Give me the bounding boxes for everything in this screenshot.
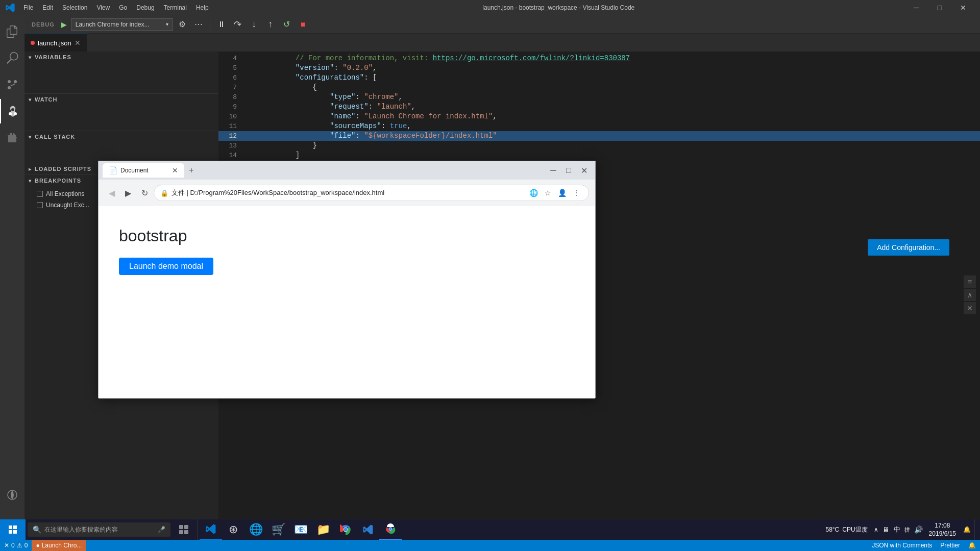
chrome-tab[interactable]: 📄 Document ✕ <box>103 163 184 178</box>
line-number-11: 11 <box>218 121 244 131</box>
status-debug-play-icon: ● <box>36 542 39 549</box>
taskbar-show-desktop-button[interactable] <box>974 519 978 540</box>
scroll-up-button[interactable]: ≡ <box>964 276 976 288</box>
taskbar-network-icon[interactable]: 🖥 <box>880 525 892 534</box>
menu-debug[interactable]: Debug <box>132 3 158 12</box>
chrome-back-button: ◀ <box>105 186 119 200</box>
taskbar-app-chrome[interactable] <box>334 519 357 540</box>
debug-settings-button[interactable]: ⚙ <box>175 17 189 32</box>
debug-more-options[interactable]: ⋯ <box>191 17 206 32</box>
debug-pause-button[interactable]: ⏸ <box>214 17 229 32</box>
taskbar-app-store[interactable]: 🛒 <box>267 519 289 540</box>
activity-search[interactable] <box>0 46 24 70</box>
minimize-button[interactable]: ─ <box>904 0 928 15</box>
scroll-prev-button[interactable]: ∧ <box>964 289 976 301</box>
chrome-translate-button[interactable]: 🌐 <box>527 187 540 199</box>
line-number-5: 5 <box>218 63 244 73</box>
debug-stop-button[interactable]: ■ <box>296 17 310 32</box>
debug-stepinto-button[interactable]: ↓ <box>247 17 261 32</box>
scroll-close-button[interactable]: ✕ <box>964 302 976 314</box>
line14-content: ] <box>278 151 300 159</box>
chrome-new-tab-button[interactable]: + <box>184 163 199 178</box>
activity-source-control[interactable] <box>0 72 24 97</box>
maximize-button[interactable]: □ <box>928 0 951 15</box>
start-button[interactable] <box>0 519 26 540</box>
line-number-8: 8 <box>218 92 244 102</box>
chrome-maximize-button[interactable]: □ <box>561 163 576 178</box>
taskbar-ime-label[interactable]: 中 <box>892 525 902 534</box>
menu-selection[interactable]: Selection <box>58 3 91 12</box>
status-bar-right: JSON with Comments Prettier 🔔 <box>868 540 980 551</box>
activity-debug[interactable] <box>0 99 24 123</box>
chrome-refresh-button[interactable]: ↻ <box>137 186 152 200</box>
status-error-warning[interactable]: ✕ 0 ⚠ 0 <box>0 540 32 551</box>
taskbar-app-cortana[interactable]: ⊛ <box>222 519 244 540</box>
chrome-addressbar: ◀ ▶ ↻ 🔒 文件 | D:/Program%20Files/WorkSpac… <box>99 180 595 206</box>
activity-extensions[interactable] <box>0 126 24 150</box>
chrome-forward-button[interactable]: ▶ <box>121 186 135 200</box>
debug-config-selector[interactable]: Launch Chrome for index... ▾ <box>71 18 173 31</box>
svg-point-19 <box>389 528 391 530</box>
variables-section-header[interactable]: ▾ VARIABLES <box>24 52 218 63</box>
menu-file[interactable]: File <box>19 3 37 12</box>
status-debug-config[interactable]: ● Launch Chro... <box>32 540 86 551</box>
activity-explorer[interactable] <box>0 19 24 44</box>
add-configuration-button[interactable]: Add Configuration... <box>868 239 949 256</box>
search-icon: 🔍 <box>33 525 41 534</box>
taskbar-up-arrow[interactable]: ∧ <box>872 526 880 533</box>
taskbar-ime-mode[interactable]: 拼 <box>902 526 912 534</box>
chrome-close-button[interactable]: ✕ <box>577 163 591 178</box>
launch-demo-modal-button[interactable]: Launch demo modal <box>119 258 213 275</box>
debug-label: DEBUG <box>29 21 58 28</box>
debug-play-button[interactable]: ▶ <box>60 20 69 29</box>
tab-launch-json[interactable]: launch.json ✕ <box>24 34 87 52</box>
menu-terminal[interactable]: Terminal <box>160 3 191 12</box>
status-bell[interactable]: 🔔 <box>964 540 980 551</box>
watch-section-header[interactable]: ▾ WATCH <box>24 94 218 105</box>
tab-close-button[interactable]: ✕ <box>75 39 81 47</box>
menu-edit[interactable]: Edit <box>38 3 57 12</box>
debug-config-name: Launch Chrome for index... <box>76 21 150 28</box>
taskbar-app-ie[interactable]: 🌐 <box>244 519 267 540</box>
taskbar-volume-icon[interactable]: 🔊 <box>912 525 925 534</box>
taskbar-app-mail[interactable]: 📧 <box>289 519 312 540</box>
svg-point-4 <box>14 112 17 115</box>
task-view-button[interactable] <box>173 519 195 540</box>
line-number-9: 9 <box>218 102 244 112</box>
all-exceptions-checkbox[interactable] <box>37 191 43 197</box>
taskbar-app-folder[interactable]: 📁 <box>312 519 334 540</box>
call-stack-section: ▾ CALL STACK <box>24 131 218 163</box>
status-formatter[interactable]: Prettier <box>936 540 964 551</box>
close-button[interactable]: ✕ <box>951 0 975 15</box>
taskbar-app-vscode[interactable] <box>200 519 222 540</box>
chrome-minimize-button[interactable]: ─ <box>546 163 560 178</box>
menu-help[interactable]: Help <box>192 3 213 12</box>
debug-stepover-button[interactable]: ↷ <box>231 17 245 32</box>
taskbar-search-placeholder: 在这里输入你要搜索的内容 <box>44 525 118 534</box>
chrome-tab-close[interactable]: ✕ <box>172 166 178 174</box>
taskbar-datetime[interactable]: 17:08 2019/6/15 <box>925 521 960 538</box>
tab-bar: launch.json ✕ <box>24 34 980 52</box>
taskbar-notification-button[interactable]: 🔔 <box>960 526 974 533</box>
menu-view[interactable]: View <box>92 3 114 12</box>
status-language[interactable]: JSON with Comments <box>868 540 936 551</box>
menu-go[interactable]: Go <box>115 3 131 12</box>
svg-point-2 <box>8 80 11 83</box>
debug-restart-button[interactable]: ↺ <box>280 17 294 32</box>
chrome-url-bar[interactable]: 🔒 文件 | D:/Program%20Files/WorkSpace/boot… <box>154 185 589 201</box>
window-title: launch.json - bootstrap_workspace - Visu… <box>213 4 904 11</box>
call-stack-section-header[interactable]: ▾ CALL STACK <box>24 131 218 142</box>
debug-config-dropdown-icon: ▾ <box>166 21 168 27</box>
taskbar-app-vscode2[interactable] <box>357 519 379 540</box>
chrome-bookmark-button[interactable]: ☆ <box>542 187 554 199</box>
all-exceptions-label: All Exceptions <box>46 190 84 197</box>
taskbar-app-chrome2[interactable] <box>379 519 402 540</box>
uncaught-exceptions-checkbox[interactable] <box>37 202 43 208</box>
debug-stepout-button[interactable]: ↑ <box>263 17 278 32</box>
taskbar-time: 17:08 <box>935 521 950 530</box>
activity-remote[interactable] <box>0 483 24 507</box>
chrome-profile-button[interactable]: 👤 <box>556 187 568 199</box>
bell-icon: 🔔 <box>968 542 976 549</box>
taskbar-search[interactable]: 🔍 在这里输入你要搜索的内容 🎤 <box>28 522 170 537</box>
chrome-more-button[interactable]: ⋮ <box>570 187 582 199</box>
